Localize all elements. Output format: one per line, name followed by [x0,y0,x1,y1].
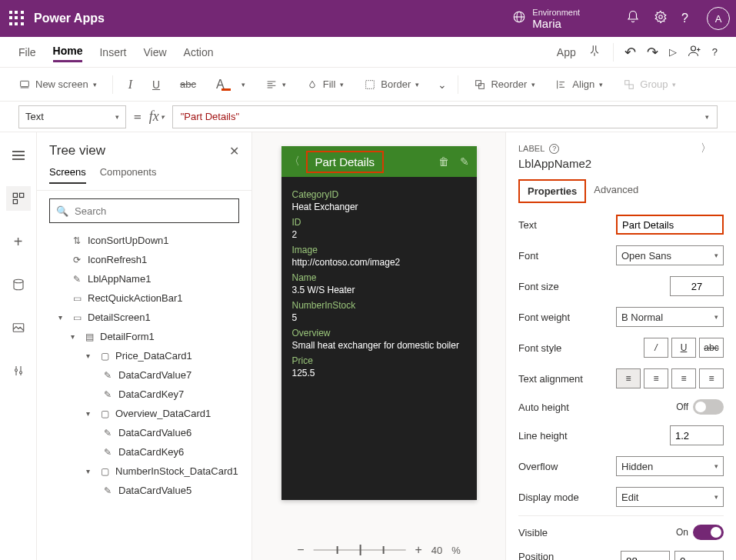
selected-label[interactable]: Part Details [306,151,385,173]
menu-home[interactable]: Home [53,42,83,62]
chevron-down-icon[interactable]: ▾ [86,467,94,475]
new-screen-button[interactable]: New screen▾ [14,75,102,94]
undo-icon[interactable]: ↶ [624,44,636,61]
prop-fontweight-label: Font weight [518,312,570,323]
control-type-label: LABEL [518,144,545,153]
tree-node[interactable]: ▾▢Overview_DataCard1 [43,404,245,423]
align-button[interactable]: ▾ [261,75,291,94]
strikethrough-icon[interactable]: abc [175,75,201,93]
tree-node[interactable]: ▭RectQuickActionBar1 [43,288,245,308]
border-button[interactable]: Border▾ [359,75,424,94]
fill-button[interactable]: Fill▾ [301,75,349,94]
field-value: 2 [292,229,466,240]
align-justify-button[interactable]: ≡ [699,368,724,388]
fx-button[interactable]: fx▾ [149,108,165,125]
align-controls-button[interactable]: Align▾ [551,75,608,94]
chevron-down-icon[interactable]: ▾ [71,332,78,341]
font-color-button[interactable]: A▾ [211,75,250,95]
tree-node[interactable]: ▾▢NumberInStock_DataCard1 [43,462,245,481]
menu-action[interactable]: Action [184,43,214,62]
edit-icon[interactable]: ✎ [460,155,469,168]
app-checker-icon[interactable] [587,43,602,61]
share-icon[interactable] [688,44,701,60]
rail-hamburger-icon[interactable] [6,143,31,168]
prop-text-input[interactable] [616,215,724,235]
treeview-close-icon[interactable]: ✕ [229,144,239,158]
formula-input[interactable]: "Part Details"▾ [172,105,718,128]
tree-node[interactable]: ⟳IconRefresh1 [43,250,245,269]
notifications-icon[interactable] [626,10,640,27]
tree-node[interactable]: ✎DataCardValue6 [43,423,245,442]
prop-displaymode-select[interactable]: Edit▾ [616,487,724,507]
italic-icon[interactable]: I [124,75,137,95]
align-center-button[interactable]: ≡ [644,368,668,388]
tab-components[interactable]: Components [100,162,157,184]
rail-data-icon[interactable] [6,272,31,297]
play-icon[interactable]: ▷ [669,46,677,58]
rail-tree-icon[interactable] [6,186,31,211]
rail-media-icon[interactable] [6,315,31,340]
prop-fontweight-select[interactable]: B Normal▾ [616,307,724,327]
prop-lineheight-input[interactable] [670,425,724,445]
chevron-down-icon[interactable]: ▾ [58,313,66,322]
tree-node[interactable]: ✎DataCardValue5 [43,481,245,500]
align-left-button[interactable]: ≡ [616,368,641,388]
zoom-out-button[interactable]: − [297,543,304,557]
property-selector[interactable]: Text▾ [18,105,126,128]
menu-app[interactable]: App [557,43,576,62]
help2-icon[interactable]: ? [712,46,718,58]
prop-position-x[interactable] [621,551,670,560]
autoheight-toggle[interactable] [693,399,724,415]
svg-point-16 [19,372,22,374]
svg-rect-7 [479,83,485,88]
underline-icon[interactable]: U [148,75,165,94]
tree-node[interactable]: ✎DataCardKey7 [43,385,245,404]
zoom-slider[interactable] [313,549,405,551]
tab-screens[interactable]: Screens [49,162,86,184]
tree-search-box[interactable]: 🔍 [49,198,239,223]
tree-node[interactable]: ✎DataCardKey6 [43,442,245,462]
tab-advanced[interactable]: Advanced [586,179,646,203]
app-launcher-icon[interactable] [9,11,25,26]
toolbar-expand-icon[interactable]: ⌄ [438,78,447,91]
prop-displaymode-label: Display mode [518,492,579,503]
redo-icon[interactable]: ↷ [647,44,658,61]
italic-toggle[interactable]: / [644,338,668,358]
zoom-in-button[interactable]: + [415,543,421,557]
tree-search-input[interactable] [75,205,232,217]
align-right-button[interactable]: ≡ [671,368,696,388]
zoom-value: 40 [431,545,442,556]
tree-node[interactable]: ⇅IconSortUpDown1 [43,231,245,250]
card-icon: ▢ [98,466,111,477]
prop-position-y[interactable] [674,551,724,560]
tree-node[interactable]: ▾▢Price_DataCard1 [43,346,245,365]
menu-insert[interactable]: Insert [99,43,126,62]
prop-font-select[interactable]: Open Sans▾ [616,245,724,265]
pane-collapse-icon[interactable]: 〉 [701,142,724,155]
chevron-down-icon[interactable]: ▾ [86,352,94,360]
tree-node[interactable]: ✎LblAppName1 [43,269,245,288]
rail-insert-icon[interactable]: + [6,229,31,254]
chevron-down-icon[interactable]: ▾ [86,409,94,418]
tree-node[interactable]: ▾▭DetailScreen1 [43,308,245,327]
visible-toggle[interactable] [693,525,724,540]
prop-fontsize-input[interactable] [670,276,724,296]
info-icon[interactable]: ? [549,144,559,154]
reorder-button[interactable]: Reorder▾ [469,75,540,94]
tree-node[interactable]: ✎DataCardValue7 [43,365,245,385]
back-icon[interactable]: 〈 [289,155,300,168]
prop-textalign-label: Text alignment [518,373,583,385]
menu-file[interactable]: File [18,43,36,62]
menu-view[interactable]: View [143,43,166,62]
prop-overflow-select[interactable]: Hidden▾ [616,456,724,476]
rail-tools-icon[interactable] [6,358,31,383]
tab-properties[interactable]: Properties [518,179,586,203]
delete-icon[interactable]: 🗑 [438,155,449,168]
environment-selector[interactable]: Environment Maria [512,8,580,30]
tree-node[interactable]: ▾▤DetailForm1 [43,327,245,346]
settings-icon[interactable] [654,10,668,27]
strike-toggle[interactable]: abc [699,338,724,358]
help-icon[interactable]: ? [681,12,688,25]
underline-toggle[interactable]: U [671,338,696,358]
user-avatar[interactable]: A [707,7,730,30]
